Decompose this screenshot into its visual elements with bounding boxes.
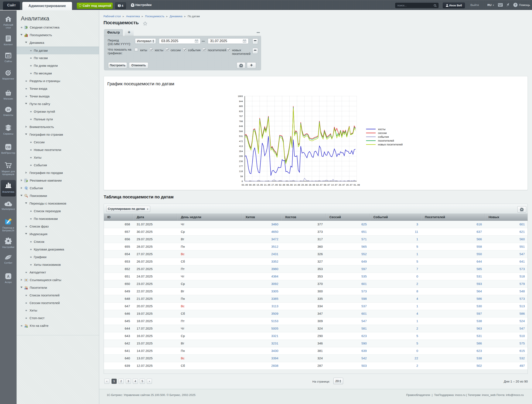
svg-text:посетителей: посетителей bbox=[378, 139, 394, 142]
svg-text:14.06: 14.06 bbox=[294, 184, 300, 186]
svg-text:177: 177 bbox=[239, 165, 243, 168]
svg-text:03.05: 03.05 bbox=[241, 184, 248, 186]
svg-text:26.07: 26.07 bbox=[346, 184, 353, 186]
svg-text:26.06: 26.06 bbox=[309, 184, 315, 186]
svg-text:08.07: 08.07 bbox=[323, 184, 330, 186]
svg-text:21.05: 21.05 bbox=[264, 184, 270, 186]
svg-text:24: 24 bbox=[7, 108, 10, 111]
svg-text:1003: 1003 bbox=[238, 95, 243, 98]
svg-text:02.06: 02.06 bbox=[279, 184, 285, 186]
svg-text:w: w bbox=[25, 195, 26, 196]
svg-text:354: 354 bbox=[239, 150, 243, 153]
svg-text:08.06: 08.06 bbox=[286, 184, 293, 186]
svg-text:708: 708 bbox=[239, 120, 243, 123]
svg-text:531: 531 bbox=[239, 135, 243, 137]
svg-text:01.08: 01.08 bbox=[354, 184, 360, 186]
svg-text:09.05: 09.05 bbox=[249, 184, 255, 186]
svg-text:A: A bbox=[7, 274, 10, 279]
svg-text:826: 826 bbox=[239, 110, 243, 113]
svg-text:24: 24 bbox=[196, 41, 197, 43]
svg-text:413: 413 bbox=[239, 145, 243, 148]
svg-text:649: 649 bbox=[239, 125, 243, 128]
svg-text:27.05: 27.05 bbox=[271, 184, 278, 186]
svg-text:24: 24 bbox=[244, 41, 245, 43]
svg-text:295: 295 bbox=[239, 155, 243, 157]
svg-text:472: 472 bbox=[239, 140, 243, 143]
svg-text:15.05: 15.05 bbox=[256, 184, 263, 186]
svg-text:хосты: хосты bbox=[378, 128, 385, 131]
svg-text:944: 944 bbox=[239, 100, 243, 103]
svg-text:новых посетителей: новых посетителей bbox=[378, 143, 403, 146]
svg-text:885: 885 bbox=[239, 105, 243, 108]
svg-text:24: 24 bbox=[7, 55, 10, 58]
svg-text:59: 59 bbox=[240, 176, 243, 178]
svg-text:CB: CB bbox=[6, 145, 10, 149]
svg-text:118: 118 bbox=[239, 170, 243, 173]
svg-text:14.07: 14.07 bbox=[331, 184, 338, 186]
svg-text:0: 0 bbox=[241, 180, 243, 183]
svg-text:236: 236 bbox=[239, 160, 243, 163]
svg-text:20.07: 20.07 bbox=[339, 184, 345, 186]
svg-text:сессии: сессии bbox=[378, 131, 387, 135]
svg-text:20.06: 20.06 bbox=[301, 184, 308, 186]
svg-text:02.07: 02.07 bbox=[316, 184, 323, 186]
svg-text:события: события bbox=[378, 135, 389, 138]
svg-text:767: 767 bbox=[239, 115, 243, 117]
svg-text:590: 590 bbox=[239, 130, 243, 133]
